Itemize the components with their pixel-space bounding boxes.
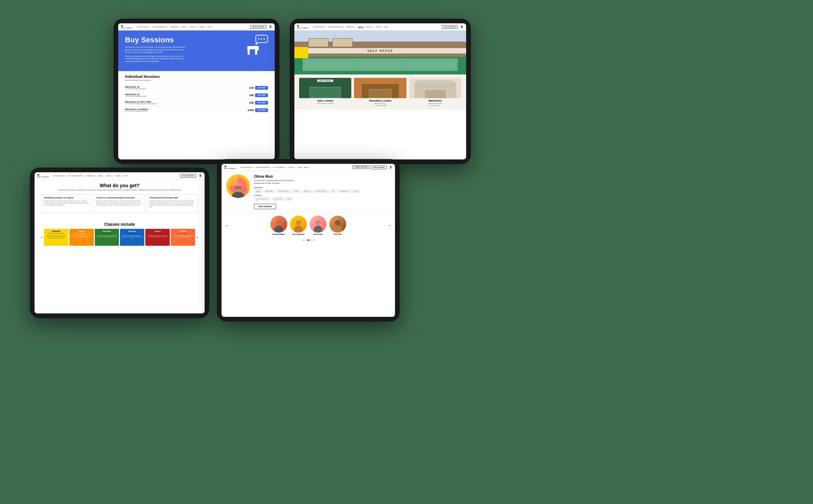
svg-rect-9	[247, 46, 259, 48]
location-soho-name: Soho, London	[317, 100, 333, 102]
book-session-btn[interactable]: BOOK SESSION	[254, 204, 276, 209]
location-soho: SELF SPACE Soho, London 95 Berwick Stree…	[299, 78, 351, 106]
therapist-name: Olivia Muir	[254, 174, 390, 179]
session-row-2: INDIVIDUAL 50 1 x 50 minute individual s…	[125, 91, 268, 99]
svg-point-3	[264, 38, 265, 40]
dot-5	[313, 239, 315, 241]
user-icon-right: 👤	[460, 25, 463, 28]
carousel-item-2[interactable]: Irene Stoppoloni	[290, 216, 307, 235]
therapist-avatar	[226, 174, 250, 198]
month-december: December Burnout & Mental Health How to …	[120, 229, 144, 246]
store-hero-image: SELF SPACE	[294, 30, 466, 74]
location-shoreditch-addr2: London EC2A 3AY	[375, 105, 386, 107]
buy-sessions-desc-2: Choose your day, time and your therapist…	[125, 55, 186, 63]
carousel-item-3[interactable]: Abi Crossan	[310, 216, 327, 235]
svg-rect-4	[248, 48, 258, 49]
location-shoreditch-name: Shoreditch, London	[369, 100, 391, 102]
locations-label: Locations:	[254, 195, 390, 196]
months-row: September Suicide & Critical Mental Heal…	[44, 229, 195, 246]
carousel-prev[interactable]: ‹	[41, 235, 43, 240]
sessions-table: Individual Sessions Face to Face and Vir…	[118, 71, 275, 117]
feature-card-1: Something proactive, not reactive "First…	[41, 194, 92, 213]
what-desc: Self Space works with your organisation …	[41, 189, 198, 192]
nav-book-session-btn-right[interactable]: BOOK A SESSION	[442, 25, 458, 29]
nav-logo-bl: ⊕ SELF SPACE	[37, 174, 49, 178]
buy-now-btn-3[interactable]: BUY NOW	[255, 101, 268, 105]
buy-now-btn-4[interactable]: BUY NOW	[255, 108, 268, 112]
carousel-name-2: Irene Stoppoloni	[292, 234, 305, 235]
nav-bar-bottom-left: ⊕ SELF SPACE FOR INDIVIDUALS ∨ FOR ORGAN…	[35, 172, 205, 179]
therapist-title: Clinical Lead, Cognitive Behavioural The…	[254, 179, 390, 184]
store-sign: SELF SPACE	[368, 49, 393, 52]
svg-rect-6	[255, 49, 257, 55]
specialisms-tags: Anxiety Body Image Childhood trauma Coup…	[254, 190, 390, 193]
classes-section: Classes include ‹ September Suicide & Cr…	[35, 220, 205, 248]
sessions-table-subtitle: Face to Face and Virtual sessions	[125, 79, 268, 81]
buy-now-btn-1[interactable]: BUY NOW	[255, 86, 268, 90]
session-row-1: INDIVIDUAL 30 1 x 30 minute individual s…	[125, 84, 268, 91]
ipad-top-right: ⊕ SELF SPACE FOR INDIVIDUALS ∨ FOR ORGAN…	[290, 19, 471, 164]
buy-sessions-desc-1: Self Sessions can be 30 or 50 minutes. Y…	[125, 46, 186, 54]
user-icon-br: 👤	[389, 166, 392, 169]
carousel-item-4[interactable]: Krish Vells	[329, 216, 346, 235]
nav-links-right: FOR INDIVIDUALS ∨ FOR ORGANISATIONS ∨ TH…	[313, 26, 388, 28]
dot-1	[302, 239, 304, 241]
nav-book-session-btn-bl[interactable]: BOOK A SESSION	[180, 174, 196, 178]
location-soho-address: 95 Berwick Street, W1F 0QB	[317, 103, 334, 105]
therapist-info: Olivia Muir Clinical Lead, Cognitive Beh…	[254, 174, 390, 209]
month-november: November Men's Mental Health How to have…	[95, 229, 119, 246]
carousel-prev-arrow[interactable]: ←	[225, 223, 229, 228]
nav-logo: ⊕ SELF SPACE	[121, 25, 133, 29]
classes-title: Classes include	[41, 222, 198, 227]
session-row-4: INDIVIDUAL 50 BUNDLE 6 x 50 minute indiv…	[125, 106, 268, 114]
carousel-name-3: Abi Crossan	[314, 234, 323, 235]
therapist-carousel: ← Deborah Ndekwu	[222, 213, 395, 238]
feature-cards: Something proactive, not reactive "First…	[41, 194, 198, 213]
carousel-avatar-3	[310, 216, 327, 233]
nav-links: FOR INDIVIDUALS ∨ FOR ORGANISATIONS ∨ TH…	[137, 26, 212, 28]
ipad-bottom-left: ⊕ SELF SPACE FOR INDIVIDUALS ∨ FOR ORGAN…	[30, 168, 209, 318]
location-manchester-name: Manchester	[429, 100, 442, 102]
sessions-table-title: Individual Sessions	[125, 74, 268, 79]
locations-grid: SELF SPACE Soho, London 95 Berwick Stree…	[294, 74, 466, 110]
user-icon: 👤	[269, 25, 272, 28]
month-october: October Ask the Therapist Q&A Session As…	[69, 229, 94, 246]
buy-now-btn-2[interactable]: BUY NOW	[255, 93, 268, 97]
nav-links-br: FOR INDIVIDUALS ∨ FOR ORGANISATIONS ∨ OU…	[240, 167, 310, 168]
location-tags: London, Kings Cross London, Soho Virtual	[254, 197, 390, 200]
therapist-matching-btn[interactable]: THERAPIST MATCHING	[353, 166, 369, 169]
nav-bar-top-left: ⊕ SELF SPACE FOR INDIVIDUALS ∨ FOR ORGAN…	[118, 23, 275, 30]
carousel-item-1[interactable]: Deborah Ndekwu	[270, 216, 287, 235]
location-manchester-addr2: The Hadley Clinic...	[429, 105, 441, 107]
carousel-avatar-1	[270, 216, 287, 233]
buy-sessions-hero: Buy Sessions Self Sessions can be 30 or …	[118, 30, 275, 71]
month-january: January Neurodiversity & Mental Health H…	[145, 229, 170, 246]
carousel-next-arrow[interactable]: →	[388, 223, 392, 228]
ipad-bottom-right: ⊕ SELF SPACE FOR INDIVIDUALS ∨ FOR ORGAN…	[217, 159, 400, 322]
month-february: February Parenthood & Work How to meanin…	[171, 229, 195, 246]
dot-2	[305, 239, 307, 241]
feature-card-3: Therapist-led and therapist-held Everyth…	[147, 194, 198, 213]
nav-logo-right: ⊕ SELF SPACE	[297, 25, 309, 29]
month-september: September Suicide & Critical Mental Heal…	[44, 229, 68, 246]
location-shoreditch: Shoreditch, London 69 Rivington Street L…	[354, 78, 406, 106]
nav-book-session-btn-br[interactable]: BOOK A SESSION	[371, 166, 387, 169]
user-icon-bl: 👤	[199, 174, 202, 177]
ipad-top-left: ⊕ SELF SPACE FOR INDIVIDUALS ∨ FOR ORGAN…	[113, 19, 279, 164]
svg-point-2	[261, 38, 262, 40]
session-row-3: INDIVIDUAL 50 GIFT CARD 1 x 50 minute in…	[125, 99, 268, 106]
what-title: What do you get?	[41, 183, 198, 188]
feature-card-2: Access to continued learning & community…	[94, 194, 145, 213]
svg-point-1	[258, 38, 259, 40]
therapist-profile-header: Olivia Muir Clinical Lead, Cognitive Beh…	[222, 171, 395, 213]
nav-book-session-btn[interactable]: BOOK A SESSION	[250, 25, 266, 29]
carousel-avatar-2	[290, 216, 307, 233]
carousel-dots	[222, 238, 395, 242]
specialises-label: Specialises:	[254, 187, 390, 189]
nav-bar-bottom-right: ⊕ SELF SPACE FOR INDIVIDUALS ∨ FOR ORGAN…	[222, 164, 395, 171]
carousel-items: Deborah Ndekwu Irene Stoppoloni	[231, 216, 385, 235]
carousel-avatar-4	[329, 216, 346, 233]
carousel-next[interactable]: ›	[196, 235, 198, 240]
location-manchester: Manchester Self Space Manchester The Had…	[409, 78, 461, 106]
nav-bar-top-right: ⊕ SELF SPACE FOR INDIVIDUALS ∨ FOR ORGAN…	[294, 23, 466, 30]
